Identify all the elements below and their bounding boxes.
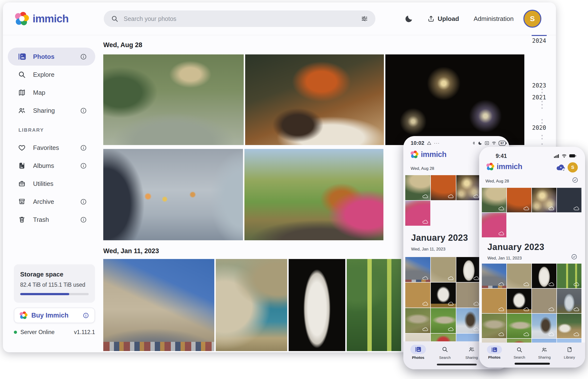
photo-autumn[interactable] bbox=[405, 201, 430, 226]
photo-hands[interactable] bbox=[557, 188, 581, 212]
photo-berries[interactable] bbox=[347, 259, 401, 351]
photo-trophy[interactable] bbox=[557, 289, 581, 313]
map-icon bbox=[18, 89, 26, 96]
photo-autumn[interactable] bbox=[244, 149, 383, 240]
server-status-row: Server Online v1.112.1 bbox=[14, 329, 95, 335]
photo-berries[interactable] bbox=[557, 264, 581, 288]
upload-label: Upload bbox=[438, 15, 459, 23]
photo-row bbox=[482, 188, 581, 212]
buy-immich-label: Buy Immich bbox=[31, 312, 68, 319]
scrubber-year[interactable]: 2024 bbox=[532, 37, 546, 44]
top-bar: immich Search your photos Upload Adminis… bbox=[3, 2, 556, 35]
sidebar-item-photos[interactable]: Photos bbox=[8, 47, 95, 66]
immich-logo[interactable]: immich bbox=[15, 2, 68, 35]
photo-castle[interactable] bbox=[103, 259, 214, 351]
scrubber-year[interactable]: 2023 bbox=[532, 82, 546, 89]
photo-lizard2[interactable] bbox=[431, 308, 456, 333]
photo-bust[interactable] bbox=[532, 264, 556, 288]
sidebar-item-trash[interactable]: Trash bbox=[8, 211, 95, 229]
scrubber-year[interactable]: 2020 bbox=[532, 124, 546, 131]
sidebar-item-explore[interactable]: Explore bbox=[8, 66, 95, 84]
photo-lizard2[interactable] bbox=[507, 314, 531, 338]
sidebar-item-utilities[interactable]: Utilities bbox=[8, 175, 95, 193]
status-time: 9:41 bbox=[496, 153, 507, 159]
date-group-header: Wed, Aug 28 bbox=[103, 41, 142, 49]
sidebar-item-label: Explore bbox=[33, 71, 54, 79]
info-icon[interactable] bbox=[80, 144, 87, 151]
photo-castle[interactable] bbox=[405, 257, 430, 282]
info-icon[interactable] bbox=[80, 198, 87, 205]
upload-button[interactable]: Upload bbox=[426, 15, 461, 23]
photo-sculpture2[interactable] bbox=[507, 289, 531, 313]
nav-tab-photos[interactable]: Photos bbox=[482, 343, 507, 368]
photo-fireworks[interactable] bbox=[532, 188, 556, 212]
cloud-icon bbox=[422, 194, 428, 199]
photo-bust[interactable] bbox=[456, 257, 481, 282]
photo-sculpture2[interactable] bbox=[431, 283, 456, 308]
select-all-check-icon[interactable] bbox=[571, 254, 577, 260]
photo-lizard1[interactable] bbox=[482, 314, 506, 338]
photo-monkeys[interactable] bbox=[405, 175, 430, 200]
nav-tab-library[interactable]: Library bbox=[557, 343, 582, 368]
nav-tab-label: Sharing bbox=[538, 355, 551, 359]
home-indicator[interactable] bbox=[437, 364, 477, 365]
nav-tab-label: Sharing bbox=[465, 355, 478, 360]
backup-sync-cloud-icon[interactable] bbox=[556, 163, 567, 173]
theme-toggle-button[interactable] bbox=[405, 14, 413, 23]
search-bar[interactable]: Search your photos bbox=[104, 10, 375, 27]
photo-beach[interactable] bbox=[482, 289, 506, 313]
info-icon[interactable] bbox=[80, 107, 87, 114]
buy-immich-button[interactable]: Buy Immich bbox=[14, 308, 95, 323]
administration-link[interactable]: Administration bbox=[474, 15, 514, 23]
sidebar-item-favorites[interactable]: Favorites bbox=[8, 139, 95, 157]
photo-dinner[interactable] bbox=[431, 175, 456, 200]
photo-fireworks[interactable] bbox=[456, 175, 481, 200]
info-icon[interactable] bbox=[80, 162, 87, 169]
photo-lizard1[interactable] bbox=[405, 308, 430, 333]
photo-fireworks[interactable] bbox=[385, 54, 524, 145]
info-icon[interactable] bbox=[80, 53, 87, 60]
photo-dinner[interactable] bbox=[507, 188, 531, 212]
photo-dinner[interactable] bbox=[245, 54, 384, 145]
info-icon[interactable] bbox=[83, 312, 89, 319]
search-icon bbox=[512, 346, 527, 354]
photo-coast[interactable] bbox=[216, 259, 287, 351]
photo-bust[interactable] bbox=[289, 259, 345, 351]
storage-title: Storage space bbox=[20, 271, 89, 278]
photo-coast[interactable] bbox=[507, 264, 531, 288]
date-group-header: Wed, Aug 28 bbox=[411, 166, 434, 171]
sidebar-item-archive[interactable]: Archive bbox=[8, 193, 95, 211]
storage-progress bbox=[20, 293, 89, 295]
photo-autumn[interactable] bbox=[482, 213, 506, 237]
photo-coast[interactable] bbox=[431, 257, 456, 282]
user-avatar[interactable]: S bbox=[568, 162, 578, 173]
cloud-icon bbox=[548, 332, 554, 336]
sidebar-item-sharing[interactable]: Sharing bbox=[8, 102, 95, 120]
sidebar-item-label: Albums bbox=[33, 162, 54, 170]
cloud-icon bbox=[498, 332, 504, 336]
photo-monkeys[interactable] bbox=[103, 54, 244, 145]
photo-hands[interactable] bbox=[103, 149, 243, 240]
photo-ruins[interactable] bbox=[532, 289, 556, 313]
photo-church[interactable] bbox=[532, 314, 556, 338]
sidebar-item-map[interactable]: Map bbox=[8, 84, 95, 102]
select-all-check-icon[interactable] bbox=[572, 177, 578, 183]
nav-tab-photos[interactable]: Photos bbox=[405, 341, 431, 369]
photo-beach[interactable] bbox=[405, 283, 430, 308]
cloud-icon bbox=[422, 220, 428, 224]
search-placeholder: Search your photos bbox=[124, 15, 355, 22]
scrubber-year[interactable]: 2021 bbox=[532, 94, 546, 101]
home-indicator[interactable] bbox=[515, 363, 550, 365]
mobile-app-mockup-2: 9:41 immich S Wed, Aug 28 January 2023 W… bbox=[479, 147, 585, 368]
date-group-header: Wed, Jan 11, 2023 bbox=[487, 256, 522, 261]
info-icon[interactable] bbox=[80, 216, 87, 223]
photo-ruins[interactable] bbox=[456, 283, 481, 308]
photo-church[interactable] bbox=[456, 308, 481, 333]
photo-castle[interactable] bbox=[482, 264, 506, 288]
photo-monkeys[interactable] bbox=[482, 188, 506, 212]
user-avatar[interactable]: S bbox=[523, 10, 541, 28]
photo-farm[interactable] bbox=[557, 314, 581, 338]
search-filter-icon[interactable] bbox=[361, 15, 368, 22]
sidebar-item-albums[interactable]: Albums bbox=[8, 157, 95, 175]
sidebar-item-label: Utilities bbox=[33, 180, 53, 188]
